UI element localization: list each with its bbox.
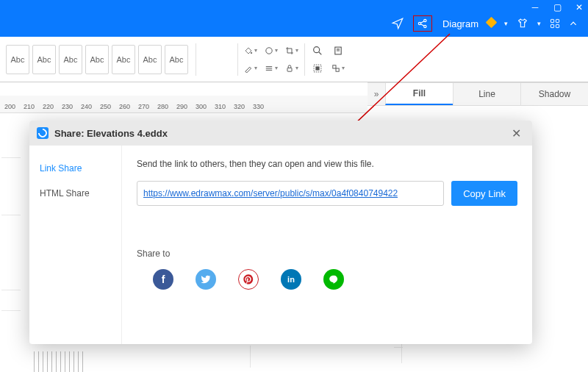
ruler-tick: 320 (234, 103, 245, 110)
ruler-tick: 240 (81, 103, 92, 110)
separator (196, 43, 196, 76)
line-style-icon[interactable]: ▾ (265, 62, 278, 75)
dialog-sidebar: Link Share HTML Share (29, 146, 122, 344)
style-buttons-group: Abc Abc Abc Abc Abc Abc Abc (4, 45, 190, 74)
share-url-link[interactable]: https://www.edrawmax.com/server/public/s… (143, 188, 398, 198)
share-dialog: Share: Elevations 4.eddx ✕ Link Share HT… (29, 121, 532, 344)
page-icon[interactable] (331, 44, 345, 57)
tab-line[interactable]: Line (453, 83, 520, 105)
pen-icon[interactable]: ▾ (244, 62, 257, 75)
style-button[interactable]: Abc (6, 45, 29, 74)
dialog-title: Share: Elevations 4.eddx (54, 128, 507, 139)
style-button[interactable]: Abc (85, 45, 109, 74)
share-icons-row: f in (137, 269, 517, 290)
share-url-box[interactable]: https://www.edrawmax.com/server/public/s… (137, 181, 444, 206)
ruler-tick: 280 (157, 103, 168, 110)
grid-icon[interactable] (550, 18, 560, 29)
zoom-icon[interactable] (311, 44, 324, 57)
svg-point-8 (266, 47, 272, 53)
ruler-tick: 270 (138, 103, 149, 110)
copy-link-button[interactable]: Copy Link (451, 181, 517, 206)
caret-down-2-icon[interactable]: ▾ (537, 20, 541, 27)
side-panel-tabs: » Fill Line Shadow (368, 82, 588, 106)
minimize-button[interactable]: ─ (531, 3, 539, 12)
premium-icon[interactable] (487, 18, 495, 29)
tshirt-icon[interactable] (517, 18, 528, 29)
twitter-icon[interactable] (196, 269, 216, 290)
linkedin-icon[interactable]: in (281, 269, 301, 290)
dialog-description: Send the link to others, then they can o… (137, 159, 517, 169)
ruler-tick: 220 (43, 103, 54, 110)
ruler: 200 210 220 230 240 250 260 270 280 290 … (0, 96, 368, 113)
close-dialog-button[interactable]: ✕ (507, 124, 525, 142)
facebook-icon[interactable]: f (153, 269, 173, 290)
tab-link-share[interactable]: Link Share (29, 156, 121, 181)
diagram-label[interactable]: Diagram (442, 18, 478, 29)
app-logo-icon (37, 127, 49, 139)
caret-down-1-icon[interactable]: ▾ (504, 20, 508, 27)
ruler-tick: 290 (176, 103, 187, 110)
collapse-panel-icon[interactable]: » (368, 83, 385, 105)
group-icon[interactable]: ▾ (331, 62, 345, 75)
style-button[interactable]: Abc (32, 45, 56, 74)
separator (304, 43, 305, 76)
fill-bucket-icon[interactable]: ▾ (244, 44, 257, 57)
send-icon[interactable] (391, 17, 404, 30)
crop-icon[interactable]: ▾ (285, 44, 298, 57)
select-icon[interactable] (311, 62, 324, 75)
style-button[interactable]: Abc (165, 45, 188, 74)
svg-rect-14 (333, 65, 336, 68)
ruler-tick: 230 (62, 103, 73, 110)
shape-circle-icon[interactable]: ▾ (265, 44, 278, 57)
tab-html-share[interactable]: HTML Share (29, 181, 121, 206)
separator (237, 43, 238, 76)
lock-icon[interactable]: ▾ (285, 62, 298, 75)
dialog-main: Send the link to others, then they can o… (122, 146, 532, 344)
style-button[interactable]: Abc (138, 45, 162, 74)
ruler-tick: 330 (253, 103, 264, 110)
window-controls: ─ ▢ ✕ (531, 3, 584, 12)
tab-shadow[interactable]: Shadow (520, 83, 588, 105)
svg-point-10 (314, 46, 320, 52)
ruler-tick: 260 (119, 103, 130, 110)
ruler-tick: 200 (4, 103, 15, 110)
ruler-tick: 210 (24, 103, 35, 110)
style-button[interactable]: Abc (59, 45, 82, 74)
maximize-button[interactable]: ▢ (553, 3, 562, 12)
svg-rect-15 (336, 68, 339, 71)
ruler-tick: 250 (100, 103, 111, 110)
style-button[interactable]: Abc (112, 45, 135, 74)
close-window-button[interactable]: ✕ (575, 3, 584, 12)
ribbon: Abc Abc Abc Abc Abc Abc Abc ▾ ▾ ▾ ▾ ▾ ▾ … (0, 37, 588, 82)
share-to-label: Share to (137, 248, 517, 259)
ruler-tick: 300 (196, 103, 207, 110)
ruler-tick: 310 (215, 103, 226, 110)
svg-point-7 (251, 52, 252, 54)
svg-rect-6 (556, 24, 559, 27)
chevron-up-icon[interactable] (569, 19, 578, 28)
svg-rect-3 (551, 19, 553, 22)
hatch-pattern (29, 351, 88, 372)
pinterest-icon[interactable] (238, 269, 259, 290)
svg-rect-5 (551, 24, 553, 27)
svg-rect-9 (287, 68, 292, 71)
share-icon[interactable] (413, 15, 432, 32)
line-icon[interactable] (323, 269, 344, 290)
title-bar: ─ ▢ ✕ Diagram ▾ ▾ (0, 0, 588, 37)
tab-fill[interactable]: Fill (385, 83, 453, 105)
svg-rect-13 (316, 66, 319, 69)
dialog-header: Share: Elevations 4.eddx ✕ (29, 121, 532, 146)
svg-rect-4 (556, 19, 559, 22)
